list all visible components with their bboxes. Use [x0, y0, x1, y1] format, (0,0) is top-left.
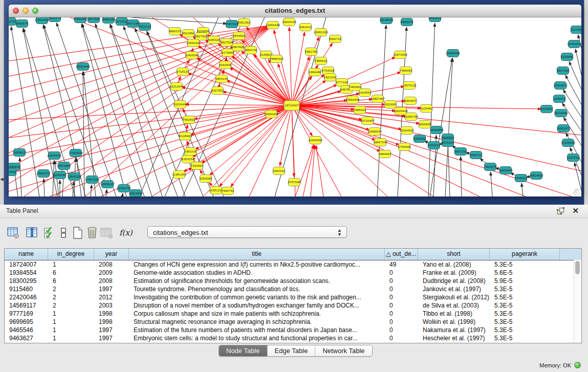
table-cell[interactable]: 5.3E-5 [490, 301, 560, 310]
column-header-name[interactable]: name [5, 249, 48, 260]
yellow-graph-node[interactable]: 10543342 [186, 39, 201, 47]
yellow-graph-node[interactable]: 18807249 [373, 139, 387, 146]
table-cell[interactable]: Franke et al. (2009) [418, 269, 490, 277]
table-cell[interactable]: 1997 [94, 326, 129, 334]
table-cell[interactable]: 2 [48, 293, 94, 301]
table-row[interactable]: 946362711997Embryonic stem cells: a mode… [5, 334, 581, 342]
table-row[interactable]: 969969511998Structural magnetic resonanc… [5, 318, 581, 326]
tab-edge-table[interactable]: Edge Table [268, 345, 316, 356]
yellow-graph-node[interactable]: 8128960 [179, 133, 192, 140]
teal-graph-node[interactable]: 27691406 [35, 17, 49, 24]
teal-graph-node[interactable]: 9245012 [515, 174, 528, 182]
table-selector-dropdown[interactable]: citations_edges.txt ▲▼ [147, 226, 347, 238]
table-cell[interactable]: 18724007 [5, 260, 48, 269]
column-header-out-de-[interactable]: △ out_de... [385, 249, 418, 260]
yellow-graph-node[interactable]: 15885310 [269, 55, 284, 63]
yellow-graph-node[interactable]: 16495794 [404, 113, 418, 121]
table-cell[interactable]: Tibbo et al. (1998) [418, 310, 490, 318]
teal-graph-node[interactable]: 10648784 [446, 50, 460, 57]
table-cell[interactable]: 2003 [94, 301, 129, 310]
yellow-graph-node[interactable]: 7986322 [354, 106, 366, 114]
yellow-graph-node[interactable]: 9884067 [379, 150, 391, 158]
table-cell[interactable]: Jankovic et al. (1997) [418, 285, 490, 293]
panel-collapse-arrow-icon[interactable]: ◀ [0, 177, 4, 182]
yellow-graph-node[interactable]: 1301154 [182, 156, 194, 163]
yellow-graph-node[interactable]: 10973493 [393, 51, 407, 59]
teal-graph-node[interactable]: 16210643 [554, 110, 568, 117]
network-window-titlebar[interactable]: citations_edges.txt [9, 5, 581, 17]
table-cell[interactable]: Changes of HCN gene expression and I(f) … [129, 260, 385, 269]
teal-graph-node[interactable]: 8064712 [470, 151, 483, 159]
yellow-graph-node[interactable]: 10688639 [367, 128, 382, 136]
yellow-graph-node[interactable]: 2867608 [232, 43, 245, 51]
table-cell[interactable]: 1 [48, 260, 94, 269]
yellow-graph-node[interactable]: 15720407 [360, 117, 375, 125]
table-cell[interactable]: 6 [48, 277, 94, 285]
column-header-in-degree[interactable]: in_degree [48, 249, 94, 260]
yellow-graph-node[interactable]: 7692891 [183, 116, 195, 124]
table-row[interactable]: 1872400712008Changes of HCN gene express… [5, 260, 581, 269]
table-cell[interactable]: 0 [385, 334, 418, 342]
table-cell[interactable]: 1998 [94, 318, 129, 326]
teal-graph-node[interactable]: 16403954 [429, 126, 444, 134]
teal-graph-node[interactable]: 16782753 [117, 185, 131, 192]
table-cell[interactable]: 0 [385, 326, 418, 334]
table-cell[interactable]: 1 [48, 334, 94, 342]
table-cell[interactable]: 1998 [94, 310, 129, 318]
yellow-graph-node[interactable]: 8757548 [288, 179, 301, 186]
table-cell[interactable]: Embryonic stem cells: a model to study s… [129, 334, 385, 342]
teal-graph-node[interactable]: 7513214 [139, 23, 151, 31]
teal-graph-node[interactable]: 2050613 [13, 149, 26, 157]
table-cell[interactable]: 0 [385, 277, 418, 285]
teal-graph-node[interactable]: 10905453 [498, 167, 513, 174]
table-cell[interactable]: Stergiakouli et al. (2012) [418, 293, 490, 301]
delete-column-icon[interactable] [86, 227, 98, 239]
table-cell[interactable]: 5.9E-5 [490, 277, 560, 285]
yellow-graph-node[interactable]: 9827504 [221, 39, 233, 47]
table-cell[interactable]: Estimation of the future numbers of pati… [129, 326, 385, 334]
table-cell[interactable]: 2008 [94, 260, 129, 269]
table-cell[interactable]: 0 [385, 310, 418, 318]
teal-graph-node[interactable]: 15692071 [556, 125, 571, 133]
close-panel-icon[interactable]: ✕ [572, 206, 579, 215]
yellow-graph-node[interactable]: 7485063 [400, 67, 412, 75]
yellow-graph-node[interactable]: 12254439 [266, 21, 280, 29]
table-cell[interactable]: 9115460 [5, 285, 48, 293]
yellow-graph-node[interactable]: 18724007 [284, 101, 299, 111]
teal-graph-node[interactable]: 9164952 [413, 135, 426, 143]
table-cell[interactable]: Disruption of a novel member of a sodium… [129, 301, 385, 310]
tab-node-table[interactable]: Node Table [219, 345, 268, 356]
table-cell[interactable]: 5.3E-5 [490, 310, 560, 318]
teal-graph-node[interactable]: 9129966 [561, 53, 574, 61]
yellow-graph-node[interactable]: 18300295 [264, 111, 278, 118]
yellow-graph-node[interactable]: 9777169 [336, 79, 349, 86]
yellow-graph-node[interactable]: 19975115 [402, 82, 417, 90]
teal-graph-node[interactable]: 17359924 [69, 149, 83, 157]
column-header-short[interactable]: short [418, 249, 490, 260]
table-cell[interactable]: 0 [385, 285, 418, 293]
yellow-graph-node[interactable]: 16604103 [282, 18, 296, 26]
citation-network-graph[interactable]: 1872400788601238912954822605898275091054… [9, 17, 581, 196]
teal-graph-node[interactable]: 20206576 [47, 152, 61, 160]
table-cell[interactable]: 5.5E-5 [490, 293, 560, 301]
yellow-graph-node[interactable]: 10220442 [173, 101, 187, 108]
yellow-graph-node[interactable]: 9361016 [184, 148, 197, 156]
teal-graph-node[interactable]: 9227343 [557, 67, 570, 75]
left-panel-strip[interactable]: ◀ [0, 0, 4, 205]
table-cell[interactable]: Yano et al. (2008) [418, 260, 490, 269]
table-cell[interactable]: 1997 [94, 285, 129, 293]
teal-graph-node[interactable]: 19975887 [57, 162, 71, 170]
yellow-graph-node[interactable]: 9361013 [299, 24, 312, 31]
table-cell[interactable]: Corpus callosum shape and size in male p… [129, 310, 385, 318]
yellow-graph-node[interactable]: 20564456 [345, 96, 360, 104]
teal-graph-node[interactable]: 10653287 [73, 17, 88, 23]
teal-graph-node[interactable]: 17957223 [85, 176, 99, 184]
teal-graph-node[interactable]: 12923448 [128, 190, 143, 197]
teal-graph-node[interactable]: 17016504 [561, 139, 575, 147]
column-header-title[interactable]: title [129, 249, 385, 260]
row-selection-icon[interactable] [43, 227, 56, 239]
teal-graph-node[interactable]: 1244413 [553, 95, 566, 103]
teal-graph-node[interactable]: 15942757 [36, 170, 51, 178]
new-column-icon[interactable] [72, 227, 84, 239]
table-cell[interactable]: 1 [48, 318, 94, 326]
